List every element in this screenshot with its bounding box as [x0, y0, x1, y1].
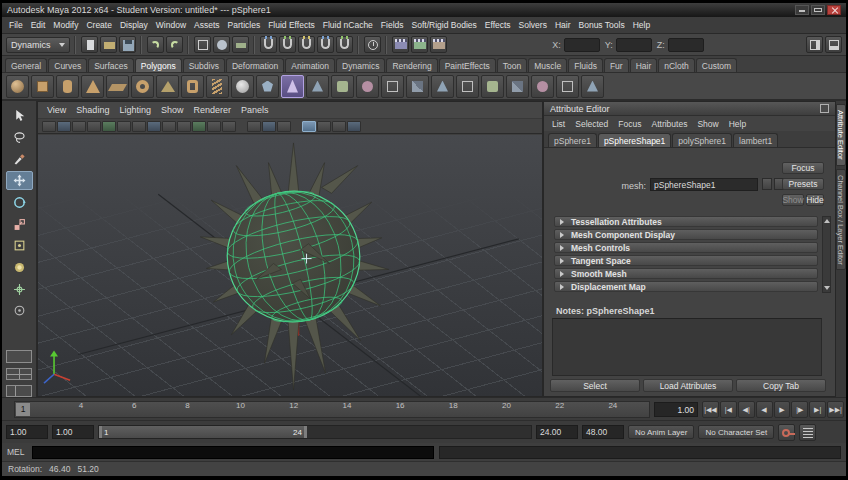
menu-item[interactable]: Modify: [49, 20, 82, 30]
menu-item[interactable]: Window: [152, 20, 190, 30]
viewport-view-cube-icon[interactable]: [347, 121, 361, 132]
last-tool-button[interactable]: [6, 302, 33, 321]
viewport-3d-area[interactable]: [38, 135, 542, 396]
attribute-section-header[interactable]: Tessellation Attributes: [554, 216, 818, 227]
presets-button[interactable]: Presets: [782, 178, 824, 190]
playback-button[interactable]: ▶▶|: [827, 401, 844, 418]
menu-item[interactable]: Bonus Tools: [575, 20, 629, 30]
render-settings-icon[interactable]: [430, 36, 447, 53]
playback-end-field[interactable]: 24.00: [536, 425, 578, 439]
anim-layer-selector[interactable]: No Anim Layer: [628, 425, 694, 439]
focus-button[interactable]: Focus: [782, 162, 824, 174]
viewport-camera-attrs-icon[interactable]: [277, 121, 291, 132]
poly-torus-shelf-icon[interactable]: [131, 75, 154, 98]
mesh-name-field[interactable]: pSphereShape1: [650, 178, 758, 191]
attribute-section-header[interactable]: Tangent Space: [554, 255, 818, 266]
menu-item[interactable]: Solvers: [515, 20, 551, 30]
attribute-editor-menu-item[interactable]: Help: [725, 119, 750, 129]
current-time-field[interactable]: 1.00: [654, 402, 698, 417]
select-object-icon[interactable]: [213, 36, 230, 53]
viewport-gate-mask-icon[interactable]: [102, 121, 116, 132]
attribute-editor-tab[interactable]: pSphereShape1: [598, 133, 671, 147]
playback-button[interactable]: |▶: [791, 401, 808, 418]
shelf-tab[interactable]: Polygons: [135, 58, 182, 72]
viewport-xray-icon[interactable]: [262, 121, 276, 132]
poly-tool-shelf-icon[interactable]: [581, 75, 604, 98]
poly-cube-shelf-icon[interactable]: [31, 75, 54, 98]
save-scene-icon[interactable]: [119, 36, 136, 53]
show-toolbar-icon[interactable]: [825, 36, 842, 53]
attribute-section-header[interactable]: Smooth Mesh: [554, 268, 818, 279]
poly-tool-shelf-icon[interactable]: [406, 75, 429, 98]
status-separator[interactable]: [72, 36, 79, 54]
poly-cone-shelf-icon[interactable]: [81, 75, 104, 98]
paint-select-tool-button[interactable]: [6, 149, 33, 168]
viewport-isolate-select-icon[interactable]: [247, 121, 261, 132]
viewport-wireframe-icon[interactable]: [162, 121, 176, 132]
poly-platonic-shelf-icon[interactable]: [256, 75, 279, 98]
snap-to-grid-icon[interactable]: [260, 36, 277, 53]
poly-tool-shelf-icon[interactable]: [556, 75, 579, 98]
menu-item[interactable]: Create: [82, 20, 116, 30]
shelf-tab[interactable]: Dynamics: [336, 58, 385, 72]
poly-tool-shelf-icon[interactable]: [506, 75, 529, 98]
shelf-tab[interactable]: nCloth: [658, 58, 695, 72]
viewport-textured-icon[interactable]: [192, 121, 206, 132]
viewport-selected-mode-icon[interactable]: [302, 121, 316, 132]
shelf-tab[interactable]: Curves: [48, 58, 87, 72]
menu-item[interactable]: Fluid nCache: [319, 20, 377, 30]
shelf-tab[interactable]: Custom: [696, 58, 737, 72]
perspective-viewport[interactable]: ViewShadingLightingShowRendererPanels: [37, 101, 543, 397]
list-history-icon[interactable]: [762, 178, 772, 190]
poly-tool-shelf-icon[interactable]: [306, 75, 329, 98]
lasso-tool-button[interactable]: [6, 128, 33, 147]
attribute-editor-footer-button[interactable]: Load Attributes: [643, 379, 733, 392]
attribute-editor-footer-button[interactable]: Select: [550, 379, 640, 392]
attribute-editor-menu-item[interactable]: Show: [693, 119, 722, 129]
menu-item[interactable]: Help: [629, 20, 654, 30]
current-frame-indicator[interactable]: 1: [16, 403, 30, 416]
universal-manipulator-button[interactable]: [6, 237, 33, 256]
soft-mod-tool-button[interactable]: [6, 258, 33, 277]
undo-icon[interactable]: [147, 36, 164, 53]
viewport-resolution-gate-icon[interactable]: [87, 121, 101, 132]
attribute-scrollbar[interactable]: [822, 216, 831, 293]
playback-range-bar[interactable]: 1 24: [99, 426, 307, 438]
viewport-safe-title-icon[interactable]: [147, 121, 161, 132]
menu-item[interactable]: Soft/Rigid Bodies: [408, 20, 481, 30]
layout-single-pane-button[interactable]: [6, 350, 32, 362]
animation-start-field[interactable]: 1.00: [6, 425, 48, 439]
poly-prism-shelf-icon-active[interactable]: [281, 75, 304, 98]
make-live-icon[interactable]: [336, 36, 353, 53]
viewport-film-gate-icon[interactable]: [72, 121, 86, 132]
viewport-menu-item[interactable]: Show: [157, 105, 188, 115]
shelf-tab[interactable]: PaintEffects: [439, 58, 496, 72]
playback-button[interactable]: |◀◀: [702, 401, 719, 418]
open-scene-icon[interactable]: [100, 36, 117, 53]
viewport-menu-item[interactable]: View: [43, 105, 70, 115]
tab-channel-box-layer-editor[interactable]: Channel Box / Layer Editor: [836, 169, 846, 271]
menu-item[interactable]: Assets: [190, 20, 224, 30]
poly-cylinder-shelf-icon[interactable]: [56, 75, 79, 98]
status-separator[interactable]: [355, 36, 362, 54]
attribute-section-header[interactable]: Displacement Map: [554, 281, 818, 292]
layout-four-pane-button[interactable]: [6, 368, 32, 380]
attribute-section-header[interactable]: Mesh Controls: [554, 242, 818, 253]
snap-to-curve-icon[interactable]: [279, 36, 296, 53]
poly-tool-shelf-icon[interactable]: [481, 75, 504, 98]
select-component-icon[interactable]: [232, 36, 249, 53]
maximize-button[interactable]: [811, 5, 825, 15]
mel-input[interactable]: [32, 446, 434, 459]
shelf-tab[interactable]: Surfaces: [88, 58, 134, 72]
attribute-section-header[interactable]: Mesh Component Display: [554, 229, 818, 240]
viewport-field-chart-icon[interactable]: [117, 121, 131, 132]
viewport-shadows-icon[interactable]: [222, 121, 236, 132]
animation-end-field[interactable]: 48.00: [582, 425, 624, 439]
menu-item[interactable]: Display: [116, 20, 152, 30]
menu-item[interactable]: Hair: [551, 20, 575, 30]
ipr-render-icon[interactable]: [411, 36, 428, 53]
shelf-tab[interactable]: Deformation: [226, 58, 284, 72]
show-manipulator-button[interactable]: [6, 280, 33, 299]
construction-history-icon[interactable]: [364, 36, 381, 53]
shelf-tab[interactable]: General: [5, 58, 47, 72]
